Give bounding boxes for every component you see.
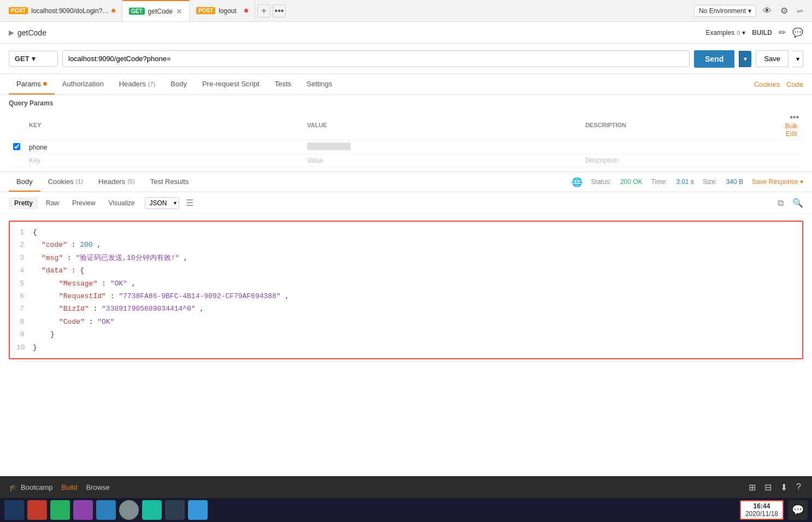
tab-authorization[interactable]: Authorization bbox=[55, 74, 111, 94]
tab-dot-dologin bbox=[111, 9, 115, 13]
format-bar: Pretty Raw Preview Visualize JSON ▾ ☰ ⧉ … bbox=[0, 192, 812, 214]
tab-get-getcode[interactable]: GET getCode ✕ bbox=[122, 0, 190, 21]
taskbar-icon-8[interactable] bbox=[165, 500, 185, 520]
tab-settings[interactable]: Settings bbox=[299, 74, 340, 94]
request-name: getCode bbox=[17, 28, 46, 37]
json-key-message: "Message" bbox=[59, 280, 97, 288]
preview-button[interactable]: Preview bbox=[67, 197, 101, 209]
resp-tab-cookies[interactable]: Cookies (1) bbox=[40, 172, 91, 192]
chat-icon: 💬 bbox=[792, 504, 804, 516]
line-number: 2 bbox=[16, 239, 33, 251]
code-link[interactable]: Code bbox=[786, 80, 803, 88]
sync-icon-btn[interactable]: ⇌ bbox=[795, 4, 805, 17]
json-key-requestid: "RequestId" bbox=[59, 292, 106, 300]
pencil-icon[interactable]: ✏ bbox=[779, 27, 786, 38]
send-dropdown-button[interactable]: ▾ bbox=[739, 51, 751, 67]
json-brace-open: { bbox=[33, 226, 37, 239]
taskbar-icon-5[interactable] bbox=[96, 500, 116, 520]
line-number: 5 bbox=[16, 277, 33, 290]
tab-pre-request-script[interactable]: Pre-request Script bbox=[195, 74, 267, 94]
empty-value[interactable]: Value bbox=[303, 155, 581, 167]
table-icon[interactable]: ⊞ bbox=[746, 480, 758, 495]
wrap-lines-icon[interactable]: ☰ bbox=[186, 198, 193, 208]
examples-button[interactable]: Examples 0 ▾ bbox=[706, 29, 746, 37]
close-tab-icon[interactable]: ✕ bbox=[176, 7, 183, 16]
method-badge-post2: POST bbox=[196, 7, 215, 14]
json-key-code: "code" bbox=[42, 241, 67, 249]
taskbar-icon-6[interactable] bbox=[119, 500, 139, 520]
raw-button[interactable]: Raw bbox=[40, 197, 64, 209]
param-empty-row: Key Value Description bbox=[9, 155, 803, 167]
method-label: GET bbox=[15, 55, 30, 63]
headers-label: Headers bbox=[119, 80, 146, 88]
taskbar-icon-4[interactable] bbox=[73, 500, 93, 520]
download-icon[interactable]: ⬇ bbox=[778, 480, 790, 495]
clock-date: 2020/11/18 bbox=[745, 510, 778, 518]
line-number: 3 bbox=[16, 252, 33, 264]
save-button[interactable]: Save bbox=[756, 50, 789, 67]
json-val-message: "OK" bbox=[110, 280, 127, 288]
build-button[interactable]: BUILD bbox=[752, 29, 772, 37]
response-header: Body Cookies (1) Headers (5) Test Result… bbox=[0, 171, 812, 192]
search-icon[interactable]: 🔍 bbox=[792, 198, 803, 208]
save-dropdown-button[interactable]: ▾ bbox=[793, 51, 803, 67]
examples-label: Examples bbox=[706, 29, 735, 37]
format-dropdown-arrow[interactable]: ▾ bbox=[172, 198, 179, 207]
request-title-actions: Examples 0 ▾ BUILD ✏ 💬 bbox=[706, 27, 803, 38]
copy-icon[interactable]: ⧉ bbox=[778, 198, 784, 208]
save-response-button[interactable]: Save Response ▾ bbox=[752, 178, 803, 186]
tab-body[interactable]: Body bbox=[163, 74, 195, 94]
eye-icon-btn[interactable]: 👁 bbox=[761, 4, 774, 18]
bulk-edit-button[interactable]: Bulk Edit bbox=[784, 122, 799, 138]
tab-headers[interactable]: Headers (7) bbox=[111, 74, 163, 94]
tab-params[interactable]: Params bbox=[9, 74, 55, 94]
cookies-link[interactable]: Cookies bbox=[754, 80, 780, 88]
chevron-down-icon2: ▾ bbox=[742, 29, 745, 37]
method-selector[interactable]: GET ▾ bbox=[9, 51, 58, 67]
format-selector[interactable]: JSON ▾ bbox=[145, 197, 179, 209]
send-button[interactable]: Send bbox=[694, 50, 734, 68]
grid-icon[interactable]: ⊟ bbox=[762, 480, 774, 495]
resp-tab-test-results[interactable]: Test Results bbox=[143, 172, 197, 192]
settings-label: Settings bbox=[307, 80, 332, 88]
env-bar: No Environment ▾ 👁 ⚙ ⇌ bbox=[694, 3, 810, 18]
url-input[interactable] bbox=[62, 50, 690, 67]
browse-button[interactable]: Browse bbox=[86, 483, 109, 491]
taskbar-icon-1[interactable] bbox=[4, 500, 24, 520]
param-checkbox[interactable] bbox=[13, 143, 20, 150]
taskbar-icon-2[interactable] bbox=[27, 500, 47, 520]
empty-key[interactable]: Key bbox=[25, 155, 303, 167]
notification-icon[interactable]: 💬 bbox=[788, 500, 808, 520]
tab-post-dologin[interactable]: POST localhost:9090/doLogin?identi... bbox=[2, 0, 122, 21]
request-tabs-nav: Params Authorization Headers (7) Body Pr… bbox=[0, 74, 812, 95]
build-tab-button[interactable]: Build bbox=[62, 483, 78, 491]
line-number: 9 bbox=[16, 328, 33, 341]
param-value[interactable] bbox=[303, 140, 581, 155]
taskbar-icon-3[interactable] bbox=[50, 500, 70, 520]
bootcamp-button[interactable]: 🎓 Bootcamp bbox=[9, 483, 53, 491]
json-key-msg: "msg" bbox=[42, 254, 63, 262]
request-title-bar: ▶ getCode Examples 0 ▾ BUILD ✏ 💬 bbox=[0, 22, 812, 44]
tab-title-logout: logout bbox=[219, 7, 242, 15]
body-label: Body bbox=[170, 80, 187, 88]
json-val-requestid: "7738FA86-9BFC-4B14-9092-CF79AF694388" bbox=[119, 292, 280, 300]
taskbar-icon-7[interactable] bbox=[142, 500, 162, 520]
env-selector[interactable]: No Environment ▾ bbox=[694, 5, 756, 17]
json-format-button[interactable]: JSON bbox=[145, 198, 172, 209]
tab-actions: + ••• bbox=[257, 4, 286, 17]
message-icon[interactable]: 💬 bbox=[792, 27, 803, 38]
new-tab-button[interactable]: + bbox=[257, 4, 270, 17]
pretty-button[interactable]: Pretty bbox=[9, 197, 38, 209]
visualize-button[interactable]: Visualize bbox=[103, 197, 140, 209]
query-params-title: Query Params bbox=[9, 99, 803, 107]
resp-tab-body[interactable]: Body bbox=[9, 172, 40, 192]
examples-count: 0 bbox=[737, 29, 740, 36]
tab-post-logout[interactable]: POST logout bbox=[190, 0, 255, 21]
settings-icon-btn[interactable]: ⚙ bbox=[778, 3, 790, 18]
resp-tab-headers[interactable]: Headers (5) bbox=[91, 172, 143, 192]
taskbar-icon-9[interactable] bbox=[188, 500, 208, 520]
more-tabs-button[interactable]: ••• bbox=[273, 4, 286, 17]
help-icon[interactable]: ? bbox=[794, 480, 803, 494]
tab-tests[interactable]: Tests bbox=[267, 74, 299, 94]
empty-description[interactable]: Description bbox=[581, 155, 780, 167]
